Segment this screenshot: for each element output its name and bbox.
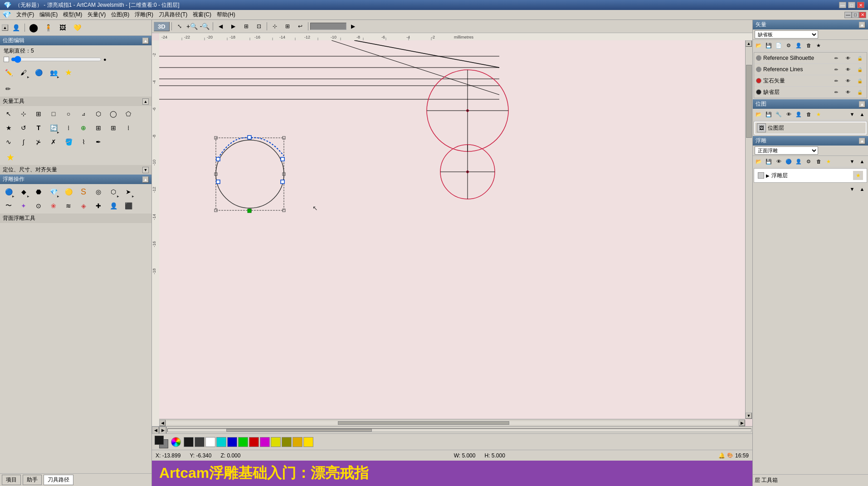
scroll-down-v[interactable]: ▼ bbox=[746, 413, 752, 419]
layer-ref-lines[interactable]: Reference Lines ✏ 👁 🔒 bbox=[754, 64, 867, 75]
relief-scroll-up[interactable]: ▲ bbox=[142, 176, 149, 183]
vector-scroll-up[interactable]: ▲ bbox=[859, 22, 865, 28]
canvas-scroll-v[interactable]: ▲ ▼ bbox=[745, 40, 752, 419]
transform-tool[interactable]: ⊞ bbox=[32, 107, 45, 121]
menu-relief[interactable]: 浮雕(R) bbox=[132, 10, 156, 19]
bitmap-save[interactable]: 💾 bbox=[764, 110, 774, 119]
layer-silhouette-edit[interactable]: ✏ bbox=[831, 53, 841, 63]
layer-star[interactable]: ★ bbox=[814, 41, 824, 50]
scroll-track-h[interactable] bbox=[166, 421, 738, 425]
bitmap-up[interactable]: ▲ bbox=[857, 110, 867, 119]
layer-save[interactable]: 💾 bbox=[764, 41, 774, 50]
bitmap-down[interactable]: ▼ bbox=[847, 110, 857, 119]
menu-bitmap[interactable]: 位图(B) bbox=[108, 10, 132, 19]
star-tool[interactable]: ★ bbox=[2, 121, 15, 135]
relief-expand-btn[interactable]: ▶ bbox=[766, 173, 770, 178]
color-blue[interactable] bbox=[227, 437, 237, 447]
grid-snap-btn[interactable]: ⊞ bbox=[282, 21, 293, 32]
circle-tool[interactable]: ◯ bbox=[107, 107, 120, 121]
layer-silhouette-vis[interactable]: 👁 bbox=[843, 53, 853, 63]
poly-tool[interactable]: ⬡ bbox=[92, 107, 105, 121]
menu-model[interactable]: 模型(M) bbox=[60, 10, 85, 19]
layer-new[interactable]: 📄 bbox=[774, 41, 784, 50]
pattern-tool[interactable]: ⊞ bbox=[92, 121, 105, 135]
layer-person[interactable]: 👤 bbox=[794, 41, 804, 50]
h-scrollbar[interactable] bbox=[167, 428, 751, 432]
star-special[interactable]: ★ bbox=[4, 151, 17, 164]
canvas-scroll-h[interactable]: ◀ ▶ bbox=[159, 419, 745, 426]
drawing-area[interactable]: ↖ bbox=[159, 40, 752, 419]
bucket-tool[interactable]: 🪣 bbox=[62, 135, 75, 149]
positioning-header[interactable]: 定位、尺寸、对齐矢量 ▼ bbox=[0, 165, 151, 175]
relief-scroll-up2[interactable]: ▲ bbox=[859, 138, 865, 144]
scroll-up-v[interactable]: ▲ bbox=[746, 40, 752, 47]
relief-curve[interactable]: S bbox=[77, 185, 90, 199]
tab-project[interactable]: 项目 bbox=[2, 475, 21, 485]
relief-save[interactable]: 💾 bbox=[764, 157, 774, 166]
pan-right-btn[interactable]: ▶ bbox=[228, 21, 239, 32]
layer-default-vis[interactable]: 👁 bbox=[843, 87, 853, 97]
menu-toolpath[interactable]: 刀具路径(T) bbox=[156, 10, 190, 19]
spin-tool[interactable]: 🔄 bbox=[47, 121, 60, 135]
tool-person-icon[interactable]: 🧍 bbox=[41, 21, 55, 34]
relief-bump[interactable]: ⬡ bbox=[107, 185, 120, 199]
color-green[interactable] bbox=[238, 437, 248, 447]
pan-left-btn[interactable]: ◀ bbox=[215, 21, 227, 32]
array-tool[interactable]: ⁞ bbox=[122, 121, 135, 135]
relief-arrow[interactable]: ➤ bbox=[122, 185, 135, 199]
scatter-tool[interactable]: ⁞ bbox=[62, 121, 75, 135]
bitmap-tools[interactable]: 🔧 bbox=[774, 110, 784, 119]
brush-slider[interactable] bbox=[11, 56, 102, 63]
bitmap-person[interactable]: 👤 bbox=[794, 110, 804, 119]
relief-delete[interactable]: 🗑 bbox=[814, 157, 824, 166]
tool-mona-icon[interactable]: 🖼 bbox=[56, 21, 69, 34]
inner-minimize[interactable]: — bbox=[844, 12, 852, 18]
relief-dropdown[interactable]: 正面浮雕 bbox=[755, 146, 818, 155]
add-tool[interactable]: ⊕ bbox=[77, 121, 90, 135]
sculpt-tool[interactable]: ✒ bbox=[92, 135, 105, 149]
draw-pencil[interactable]: ✏ bbox=[2, 82, 15, 96]
view-3d-button[interactable]: 3D bbox=[154, 22, 170, 31]
menu-help[interactable]: 帮助(H) bbox=[214, 10, 238, 19]
relief-wave[interactable]: 〜 bbox=[2, 199, 15, 213]
inner-close[interactable]: ✕ bbox=[859, 12, 866, 18]
relief-ops-header[interactable]: 浮雕操作 ▲ bbox=[0, 175, 151, 184]
close-button[interactable]: ✕ bbox=[857, 2, 864, 8]
grid-tool[interactable]: ⊞ bbox=[107, 121, 120, 135]
pencil-tool[interactable]: ✏️ bbox=[2, 66, 15, 79]
relief-person[interactable]: 👤 bbox=[107, 199, 120, 213]
snap-btn[interactable]: ⊹ bbox=[269, 21, 281, 32]
layer-ref-silhouette[interactable]: Reference Silhouette ✏ 👁 🔒 bbox=[754, 53, 867, 64]
color-black1[interactable] bbox=[184, 437, 194, 447]
layer-lines-lock[interactable]: 🔒 bbox=[855, 65, 865, 74]
relief-star3[interactable]: ★ bbox=[824, 157, 834, 166]
color-black2[interactable] bbox=[195, 437, 205, 447]
relief-rose[interactable]: ❀ bbox=[47, 199, 60, 213]
relief-cylinder[interactable]: ⬛ bbox=[122, 199, 135, 213]
layer-silhouette-lock[interactable]: 🔒 bbox=[855, 53, 865, 63]
relief-tool2[interactable]: ◆ bbox=[17, 185, 30, 199]
bitmap-star2[interactable]: ★ bbox=[814, 110, 824, 119]
minimize-button[interactable]: — bbox=[839, 2, 846, 8]
color-magenta[interactable] bbox=[260, 437, 270, 447]
bitmap-eye[interactable]: 👁 bbox=[784, 110, 794, 119]
text-tool[interactable]: T bbox=[32, 121, 45, 135]
brush-tool[interactable]: 🖌 bbox=[17, 66, 30, 79]
zoom-apply-btn[interactable]: ▶ bbox=[347, 21, 359, 32]
maximize-button[interactable]: □ bbox=[848, 2, 855, 8]
relief-cross[interactable]: ✚ bbox=[92, 199, 105, 213]
warp-tool[interactable]: ⌇ bbox=[77, 135, 90, 149]
color-cyan[interactable] bbox=[216, 437, 226, 447]
scroll-left-h[interactable]: ◀ bbox=[159, 420, 166, 426]
bitmap-edit-header[interactable]: 位图编辑 ▲ bbox=[0, 36, 151, 45]
relief-tool1[interactable]: 🔵 bbox=[2, 185, 15, 199]
layer-default-lock[interactable]: 🔒 bbox=[855, 87, 865, 97]
color-yellow-dim[interactable] bbox=[271, 437, 281, 447]
rect-tool[interactable]: □ bbox=[47, 107, 60, 121]
layer-gem-vector[interactable]: 宝石矢量 ✏ 👁 🔒 bbox=[754, 75, 867, 87]
menu-file[interactable]: 文件(F) bbox=[14, 10, 37, 19]
bitmap-delete[interactable]: 🗑 bbox=[804, 110, 814, 119]
layer-settings[interactable]: ⚙ bbox=[784, 41, 794, 50]
tab-toolpath[interactable]: 刀具路径 bbox=[44, 475, 73, 485]
shape-tool[interactable]: 👥 bbox=[47, 66, 60, 79]
